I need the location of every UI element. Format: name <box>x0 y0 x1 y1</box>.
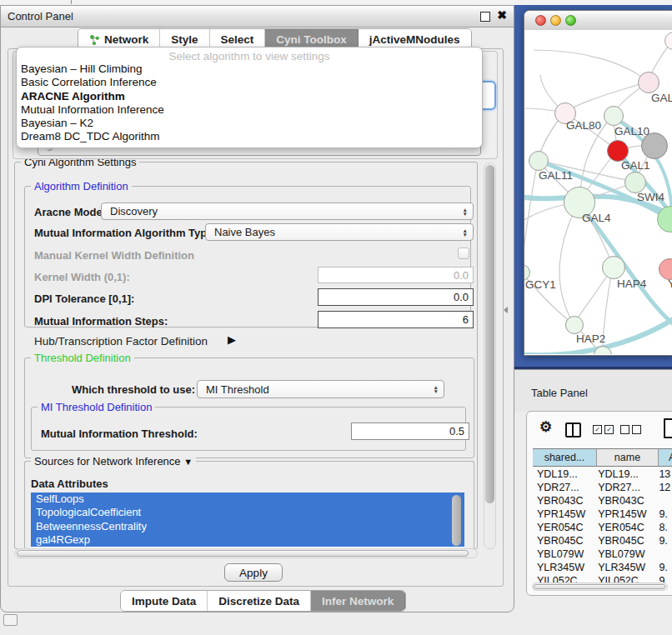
algorithm-option[interactable]: Mutual Information Inference <box>17 103 482 117</box>
sources-title-text: Sources for Network Inference <box>34 455 181 468</box>
table-row[interactable]: YLR345WYLR345W9. <box>533 561 672 574</box>
table-row[interactable]: YDL19...YDL19...13 <box>533 468 672 481</box>
table-cell: YBR045C <box>594 535 654 547</box>
algorithm-popup-list: Bayesian – Hill ClimbingBasic Correlatio… <box>17 62 482 144</box>
node-hap4[interactable] <box>602 256 625 279</box>
mi-steps-input[interactable]: 6 <box>318 311 474 328</box>
mi-type-combo[interactable]: Naive Bayes ▲▼ <box>205 223 474 241</box>
table-cell: YBR045C <box>533 535 594 547</box>
table-row[interactable]: YER054CYER054C8. <box>533 521 672 534</box>
control-panel-titlebar[interactable]: Control Panel ✖ <box>1 6 514 28</box>
manual-kernel-checkbox[interactable] <box>458 248 469 259</box>
top-tick <box>71 0 72 4</box>
table-hscrollbar-thumb[interactable] <box>534 584 665 589</box>
mi-threshold-input[interactable]: 0.5 <box>351 422 469 440</box>
table-body: YDL19...YDL19...13YDR27...YDR27...12YBR0… <box>533 468 672 588</box>
hub-definition-label[interactable]: Hub/Transcription Factor Definition <box>34 335 208 348</box>
mi-threshold-label: Mutual Information Threshold: <box>41 428 198 440</box>
tab-discretize-data[interactable]: Discretize Data <box>208 591 311 611</box>
settings-hscrollbar-thumb[interactable] <box>17 550 469 557</box>
split-view-icon[interactable] <box>565 422 581 438</box>
attributes-scrollbar[interactable] <box>452 495 461 546</box>
spinner-arrows-icon: ▲▼ <box>463 228 468 237</box>
table-cell: YDR27... <box>533 482 594 493</box>
close-icon[interactable]: ✖ <box>497 8 507 22</box>
kernel-width-input[interactable]: 0.0 <box>318 267 474 283</box>
node-hap2[interactable] <box>565 316 584 334</box>
threshold-definition-title: Threshold Definition <box>31 352 134 363</box>
mi-threshold-title: MI Threshold Definition <box>38 402 155 412</box>
table-row[interactable]: YBR045CYBR045C9. <box>533 534 672 548</box>
table-cell: 8. <box>654 522 672 533</box>
algorithm-option[interactable]: Dream8 DC_TDC Algorithm <box>17 130 482 143</box>
column-header-partial[interactable]: A <box>659 448 672 467</box>
gear-icon[interactable]: ⚙ <box>539 418 552 436</box>
which-threshold-label: Which threshold to use: <box>72 383 195 396</box>
tab-label: Infer Network <box>322 595 394 608</box>
tab-label: Impute Data <box>132 595 196 608</box>
splitpane-arrow-icon[interactable] <box>504 307 508 313</box>
table-row[interactable]: YPR145WYPR145W9. <box>533 508 672 521</box>
algorithm-option[interactable]: ARACNE Algorithm <box>17 90 482 103</box>
settings-vscrollbar-thumb[interactable] <box>485 165 494 503</box>
dpi-tolerance-input[interactable]: 0.0 <box>318 288 474 306</box>
node-gal11[interactable] <box>529 151 549 171</box>
minimize-button[interactable] <box>550 15 561 26</box>
mi-steps-label: Mutual Information Steps: <box>34 315 168 328</box>
minimized-panel-icon[interactable] <box>3 614 18 626</box>
float-window-icon[interactable] <box>480 12 490 22</box>
settings-hscrollbar-track[interactable] <box>14 548 478 558</box>
unchecked-boxes-icon[interactable] <box>620 425 641 434</box>
table-cell: YER054C <box>533 522 594 533</box>
table-cell: YDL19... <box>533 468 594 480</box>
document-icon[interactable] <box>664 418 672 438</box>
table-cell: 12 <box>654 482 672 493</box>
attribute-item[interactable]: SelfLoops <box>31 492 464 506</box>
expand-arrow-icon[interactable]: ▶ <box>228 333 236 346</box>
algorithm-option[interactable]: Bayesian – Hill Climbing <box>17 62 482 76</box>
table-row[interactable]: YDR27...YDR27...12 <box>533 481 672 494</box>
tab-infer-network[interactable]: Infer Network <box>311 591 405 611</box>
which-threshold-value: MI Threshold <box>206 383 269 396</box>
cyni-bottom-tabs: Impute Data Discretize Data Infer Networ… <box>120 590 406 612</box>
table-cell: YDL19... <box>594 468 654 480</box>
table-cell: YER054C <box>594 522 654 533</box>
node-label: HAP4 <box>617 278 646 290</box>
apply-button[interactable]: Apply <box>224 563 283 582</box>
tab-impute-data[interactable]: Impute Data <box>121 591 208 611</box>
table-cell: YBR043C <box>533 495 594 507</box>
node-pink[interactable] <box>638 72 659 93</box>
node-label: GAL <box>651 92 672 104</box>
column-header-shared-name[interactable]: shared... <box>533 448 597 467</box>
node-label: GAL10 <box>614 125 649 138</box>
aracne-mode-combo[interactable]: Discovery ▲▼ <box>101 202 474 220</box>
table-cell: YPR145W <box>594 508 654 520</box>
manual-kernel-label: Manual Kernel Width Definition <box>34 249 194 262</box>
attribute-item[interactable]: BetweennessCentrality <box>31 520 464 533</box>
spinner-arrows-icon: ▲▼ <box>463 208 468 216</box>
tab-label: Style <box>171 33 198 46</box>
column-header-name[interactable]: name <box>597 448 659 467</box>
attribute-item[interactable]: TopologicalCoefficient <box>31 506 464 519</box>
algorithm-option[interactable]: Bayesian – K2 <box>17 117 482 130</box>
zoom-button[interactable] <box>565 15 576 26</box>
attribute-item[interactable]: gal4RGexp <box>31 533 464 547</box>
apply-button-label: Apply <box>239 567 268 579</box>
checked-boxes-icon[interactable]: ✓ ✓ <box>593 425 614 434</box>
close-button[interactable] <box>535 15 546 26</box>
node-gal10[interactable] <box>604 106 624 126</box>
which-threshold-combo[interactable]: MI Threshold ▲▼ <box>197 380 444 398</box>
settings-vscrollbar-track[interactable] <box>484 162 496 549</box>
table-cell: YBL079W <box>594 548 654 560</box>
network-canvas[interactable]: GALGAL80GAL10GAL1GAL11SWI4GAL4GCY1HAP4YH… <box>524 30 672 354</box>
algorithm-option[interactable]: Basic Correlation Inference <box>17 76 482 89</box>
collapse-arrow-icon[interactable]: ▼ <box>183 457 193 467</box>
table-row[interactable]: YBL079WYBL079W <box>533 548 672 561</box>
network-window-titlebar[interactable] <box>524 11 672 31</box>
aracne-mode-label: Aracne Mode: <box>34 206 106 218</box>
table-hscrollbar-track[interactable] <box>532 582 668 591</box>
data-attributes-label: Data Attributes <box>31 478 108 490</box>
table-row[interactable]: YBR043CYBR043C <box>533 494 672 508</box>
table-panel-title: Table Panel <box>531 387 588 399</box>
table-cell: YPR145W <box>533 508 594 520</box>
